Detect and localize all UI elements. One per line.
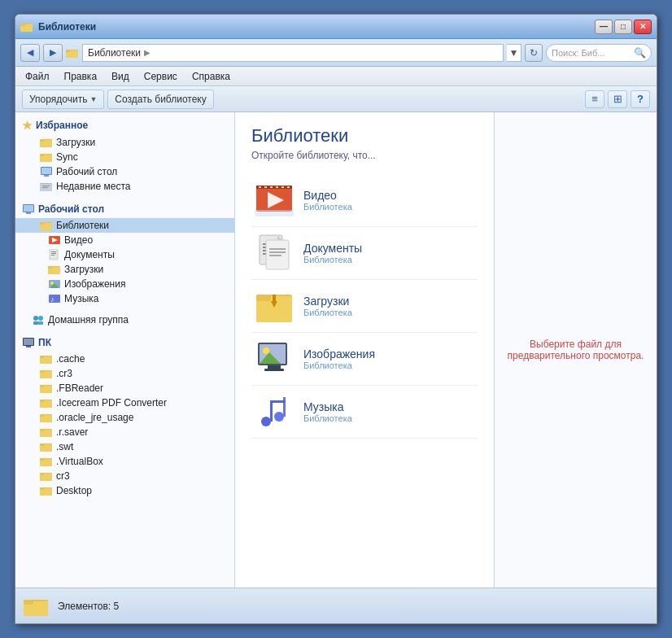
svg-rect-5 bbox=[66, 50, 70, 52]
toolbar: Упорядочить ▼ Создать библиотеку ≡ ⊞ ? bbox=[15, 86, 657, 112]
sidebar-item-documents[interactable]: Документы bbox=[15, 247, 234, 262]
minimize-button[interactable]: — bbox=[595, 20, 613, 34]
menu-view[interactable]: Вид bbox=[108, 69, 133, 84]
organize-button[interactable]: Упорядочить ▼ bbox=[22, 90, 104, 109]
sidebar-item-cache[interactable]: .cache bbox=[15, 352, 234, 366]
address-box[interactable]: Библиотеки ▶ bbox=[82, 44, 504, 62]
sidebar-item-swt[interactable]: .swt bbox=[15, 439, 234, 454]
address-path: Библиотеки bbox=[88, 47, 141, 59]
menu-file[interactable]: Файл bbox=[22, 69, 53, 84]
sidebar: ★ Избранное Загрузки Sync Рабочий стол bbox=[15, 112, 235, 588]
help-button[interactable]: ? bbox=[631, 90, 650, 108]
preview-pane: Выберите файл для предварительного просм… bbox=[494, 112, 657, 588]
svg-rect-30 bbox=[51, 255, 55, 256]
svg-point-39 bbox=[33, 316, 38, 321]
svg-rect-112 bbox=[270, 400, 286, 403]
address-dropdown-button[interactable]: ▼ bbox=[507, 44, 521, 62]
libraries-icon bbox=[40, 220, 53, 231]
music-lib-icon: ♪ bbox=[48, 293, 61, 304]
library-item-video[interactable]: Видео Библиотека bbox=[251, 174, 478, 227]
cache-folder-icon bbox=[40, 353, 53, 365]
music-lib-type: Библиотека bbox=[303, 413, 352, 423]
docs-lib-info: Документы Библиотека bbox=[303, 242, 362, 264]
desktop-group-header[interactable]: Рабочий стол bbox=[15, 200, 234, 218]
library-item-documents[interactable]: Документы Библиотека bbox=[251, 227, 478, 280]
cr3-2-folder-icon bbox=[40, 470, 53, 482]
sidebar-item-virtualbox[interactable]: .VirtualBox bbox=[15, 454, 234, 469]
svg-rect-86 bbox=[287, 186, 290, 188]
music-lib-info: Музыка Библиотека bbox=[303, 400, 352, 423]
view-toggle-button[interactable]: ⊞ bbox=[608, 90, 627, 108]
svg-rect-75 bbox=[40, 487, 44, 490]
sidebar-item-icecream[interactable]: .Icecream PDF Converter bbox=[15, 395, 234, 410]
svg-rect-28 bbox=[51, 251, 56, 252]
sidebar-item-music[interactable]: ♪ Музыка bbox=[15, 291, 234, 306]
svg-rect-110 bbox=[270, 400, 273, 422]
cr3-label: .cr3 bbox=[56, 368, 72, 379]
sidebar-item-oracle[interactable]: .oracle_jre_usage bbox=[15, 410, 234, 425]
desktop-group-icon bbox=[22, 203, 35, 215]
sidebar-item-cr3-2[interactable]: cr3 bbox=[15, 469, 234, 483]
library-item-images[interactable]: Изображения Библиотека bbox=[251, 333, 478, 386]
svg-rect-115 bbox=[24, 600, 33, 605]
sidebar-item-desktopc[interactable]: Desktop bbox=[15, 483, 234, 498]
svg-rect-44 bbox=[24, 339, 33, 345]
icecream-label: .Icecream PDF Converter bbox=[56, 397, 167, 409]
docs-lib-name: Документы bbox=[303, 242, 362, 255]
back-button[interactable]: ◀ bbox=[20, 44, 40, 62]
svg-rect-45 bbox=[26, 346, 31, 347]
pc-header[interactable]: ПК bbox=[15, 334, 234, 352]
vbox-folder-icon bbox=[40, 456, 53, 467]
forward-button[interactable]: ▶ bbox=[43, 44, 63, 62]
img-lib-type: Библиотека bbox=[303, 361, 375, 370]
star-icon: ★ bbox=[22, 119, 33, 132]
sidebar-item-recent[interactable]: Недавние места bbox=[15, 179, 234, 194]
sidebar-item-video[interactable]: Видео bbox=[15, 233, 234, 247]
cr3-2-label: cr3 bbox=[56, 470, 70, 482]
close-button[interactable]: ✕ bbox=[634, 20, 652, 34]
sidebar-item-cr3[interactable]: .cr3 bbox=[15, 366, 234, 381]
maximize-button[interactable]: □ bbox=[614, 20, 632, 34]
virtualbox-label: .VirtualBox bbox=[56, 456, 103, 467]
sidebar-item-libraries[interactable]: Библиотеки bbox=[15, 218, 234, 233]
search-box[interactable]: Поиск: Биб... 🔍 bbox=[546, 44, 652, 62]
sidebar-item-rsaver[interactable]: .r.saver bbox=[15, 425, 234, 439]
menu-edit[interactable]: Правка bbox=[61, 69, 101, 84]
favorites-header[interactable]: ★ Избранное bbox=[15, 116, 234, 135]
addressbar: ◀ ▶ Библиотеки ▶ ▼ ↻ Поиск: Биб... 🔍 bbox=[15, 39, 657, 67]
sidebar-item-downloads[interactable]: Загрузки bbox=[15, 135, 234, 150]
svg-rect-101 bbox=[273, 295, 276, 303]
homegroup-section: Домашняя группа bbox=[15, 309, 234, 330]
library-item-downloads[interactable]: Загрузки Библиотека bbox=[251, 280, 478, 333]
downloads-lib-icon bbox=[48, 264, 61, 275]
downloads2-lib-label: Загрузки bbox=[64, 264, 103, 275]
view-options-button[interactable]: ≡ bbox=[585, 90, 604, 108]
libraries-pane: Библиотеки Откройте библиотеку, что... bbox=[235, 112, 494, 588]
video-lib-info: Видео Библиотека bbox=[303, 189, 352, 212]
music-large-icon bbox=[255, 392, 294, 431]
menubar: Файл Правка Вид Сервис Справка bbox=[15, 67, 657, 86]
images-lib-label: Изображения bbox=[64, 278, 125, 290]
svg-rect-24 bbox=[40, 222, 44, 225]
sidebar-item-sync[interactable]: Sync bbox=[15, 150, 234, 164]
library-item-music[interactable]: Музыка Библиотека bbox=[251, 386, 478, 439]
sync-folder-icon bbox=[40, 151, 53, 163]
sidebar-item-fbreader[interactable]: .FBReader bbox=[15, 381, 234, 395]
menu-service[interactable]: Сервис bbox=[141, 69, 181, 84]
rsaver-label: .r.saver bbox=[56, 426, 88, 438]
desktop-icon bbox=[40, 166, 53, 177]
svg-rect-2 bbox=[20, 24, 25, 26]
menu-help[interactable]: Справка bbox=[189, 69, 233, 84]
downloads-large-icon bbox=[255, 286, 294, 326]
svg-rect-72 bbox=[40, 473, 44, 475]
sidebar-item-images[interactable]: Изображения bbox=[15, 277, 234, 291]
sidebar-item-desktop[interactable]: Рабочий стол bbox=[15, 164, 234, 179]
refresh-button[interactable]: ↻ bbox=[525, 44, 543, 62]
sidebar-item-downloads2[interactable]: Загрузки bbox=[15, 262, 234, 277]
svg-rect-106 bbox=[268, 365, 281, 369]
organize-arrow-icon: ▼ bbox=[89, 95, 97, 103]
sidebar-item-homegroup[interactable]: Домашняя группа bbox=[15, 312, 234, 327]
create-library-button[interactable]: Создать библиотеку bbox=[107, 90, 213, 109]
titlebar-left: Библиотеки bbox=[20, 20, 96, 33]
statusbar: Элементов: 5 bbox=[15, 588, 657, 623]
